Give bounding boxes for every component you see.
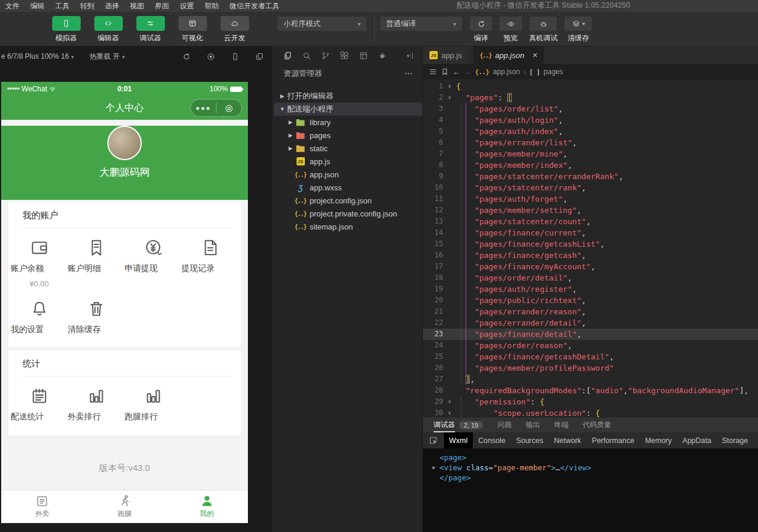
tree-section-open-editors[interactable]: ▶ 打开的编辑器	[274, 90, 422, 103]
compile-select[interactable]: 普通编译 ▾	[380, 17, 462, 31]
more-actions-icon[interactable]: ⋯	[405, 69, 413, 78]
fold-arrow-icon[interactable]: ∨	[443, 81, 456, 92]
breadcrumb-file[interactable]: app.json	[493, 68, 520, 76]
tree-folder-pages[interactable]: ▶ pages	[274, 129, 422, 142]
capsule-more-button[interactable]: ●●●	[191, 99, 216, 117]
menu-item-5[interactable]: 视图	[125, 1, 149, 11]
menu-item-2[interactable]: 工具	[50, 1, 75, 11]
tree-section-project[interactable]: ▼ 配送端小程序	[274, 103, 422, 116]
menu-item-4[interactable]: 选择	[100, 1, 125, 11]
wxml-node[interactable]: ▶ <view class="page-member">…</view>	[432, 463, 758, 473]
outline-icon[interactable]	[429, 68, 437, 76]
devtools-tab-Console[interactable]: Console	[473, 432, 511, 448]
account-item[interactable]: 申请提现	[125, 238, 181, 288]
devtools-tab-AppData[interactable]: AppData	[677, 432, 717, 448]
action-button-compile[interactable]: 编译	[470, 16, 492, 43]
tree-file-project.config.json[interactable]: {..} project.config.json	[274, 194, 422, 207]
menu-item-8[interactable]: 帮助	[199, 1, 224, 11]
editor-tab-app.js[interactable]: JS app.js	[423, 46, 469, 64]
action-button-device-debug[interactable]: 真机调试	[529, 16, 558, 43]
action-button-label: 真机调试	[529, 33, 558, 43]
hot-reload-toggle[interactable]: 热重载 开▾	[90, 52, 125, 62]
tea-icon[interactable]	[378, 51, 387, 60]
fold-gutter	[443, 193, 456, 205]
account-item[interactable]: 清除缓存	[68, 299, 125, 335]
phone-tab-active[interactable]: 我的	[165, 490, 248, 522]
tree-file-app.js[interactable]: JS app.js	[274, 155, 422, 168]
tree-file-sitemap.json[interactable]: {..} sitemap.json	[274, 220, 422, 233]
extensions-icon[interactable]	[340, 51, 349, 60]
tree-file-app.json[interactable]: {..} app.json	[274, 168, 422, 181]
git-icon[interactable]	[321, 51, 330, 60]
files-icon[interactable]	[283, 51, 292, 60]
collapse-panel-icon[interactable]	[405, 51, 415, 60]
account-item[interactable]: 我的设置	[11, 299, 68, 335]
fold-arrow-icon[interactable]: ∨	[443, 396, 456, 407]
stats-item[interactable]: 配送统计	[11, 386, 68, 422]
tree-file-app.wxss[interactable]: Ʒ app.wxss	[274, 181, 422, 194]
tree-item-label: pages	[310, 131, 330, 140]
toolbar-button-visual[interactable]: 可视化	[176, 16, 209, 43]
search-icon[interactable]	[302, 51, 311, 60]
editor-tab-app.json[interactable]: {..} app.json ×	[473, 46, 544, 64]
menu-item-0[interactable]: 文件	[0, 1, 25, 11]
profile-name: 大鹏源码网	[1, 165, 248, 179]
toolbar-button-editor[interactable]: 编辑器	[92, 16, 125, 43]
forward-icon[interactable]: →	[464, 68, 472, 77]
wxml-node[interactable]: </page>	[432, 473, 758, 483]
capsule-home-button[interactable]: ◎	[216, 100, 241, 116]
debugger-tab-输出[interactable]: 输出	[525, 418, 540, 432]
inspect-element-icon[interactable]	[423, 432, 443, 448]
account-item[interactable]: 账户明细	[68, 238, 125, 288]
devtools-tab-Sources[interactable]: Sources	[511, 432, 549, 448]
menu-item-1[interactable]: 编辑	[25, 1, 50, 11]
menu-item-7[interactable]: 设置	[174, 1, 199, 11]
devtools-tab-Network[interactable]: Network	[549, 432, 587, 448]
record-icon[interactable]	[206, 52, 215, 61]
bookmark-icon[interactable]	[441, 68, 449, 76]
debugger-tab-代码质量[interactable]: 代码质量	[582, 418, 611, 432]
close-icon[interactable]: ×	[533, 50, 537, 60]
stats-item[interactable]: 外卖排行	[68, 386, 125, 422]
toolbar-button-simulator[interactable]: 模拟器	[50, 16, 82, 43]
mode-select[interactable]: 小程序模式 ▾	[278, 17, 367, 31]
phone-tab-item[interactable]: 跑腿	[84, 490, 166, 522]
phone-tab-item[interactable]: 外卖	[1, 490, 84, 522]
fold-arrow-icon[interactable]: ∨	[443, 407, 456, 418]
line-number: 2	[423, 92, 443, 103]
devtools-tab-Storage[interactable]: Storage	[716, 432, 753, 448]
tree-file-project.private.config.json[interactable]: {..} project.private.config.json	[274, 207, 422, 220]
toolbar-button-label: 调试器	[134, 33, 167, 43]
debugger-tab-问题[interactable]: 问题	[497, 418, 511, 432]
menu-item-6[interactable]: 界面	[149, 1, 174, 11]
action-button-cache[interactable]: ▾ 清缓存	[565, 16, 592, 43]
refresh-icon[interactable]	[182, 52, 191, 61]
toolbar-button-inspector[interactable]: 调试器	[134, 16, 167, 43]
stats-card-title: 统计	[8, 351, 241, 376]
breadcrumb-node[interactable]: pages	[544, 68, 563, 76]
phone-icon[interactable]	[231, 52, 240, 61]
tree-folder-static[interactable]: ▶ static	[274, 142, 422, 155]
tree-folder-library[interactable]: ▶ library	[274, 116, 422, 129]
debugger-tab-调试器[interactable]: 调试器 2, 19	[434, 418, 483, 432]
avatar[interactable]	[107, 126, 142, 160]
device-select[interactable]: e 6/7/8 Plus 100% 16▾	[1, 52, 74, 60]
stats-item[interactable]: 跑腿排行	[125, 386, 181, 422]
menu-item-3[interactable]: 转到	[75, 1, 100, 11]
back-icon[interactable]: ←	[453, 68, 460, 77]
devtools-tab-Wxml[interactable]: Wxml	[444, 432, 473, 448]
expand-arrow-icon[interactable]: ▶	[432, 463, 439, 473]
action-button-preview[interactable]: 预览	[499, 16, 522, 43]
code-editor[interactable]: 1 ∨ { 2 ∨ "pages": [ 3 "pages/order/list…	[423, 79, 758, 418]
multi-window-icon[interactable]	[255, 52, 264, 61]
account-item[interactable]: 账户余额 ¥0.00	[11, 238, 68, 288]
account-item[interactable]: 提现记录	[181, 238, 238, 288]
wxml-node[interactable]: <page>	[432, 453, 758, 463]
devtools-tab-Memory[interactable]: Memory	[639, 432, 677, 448]
debugger-tab-终端[interactable]: 终端	[554, 418, 568, 432]
fold-arrow-icon[interactable]: ∨	[443, 92, 456, 103]
menu-item-9[interactable]: 微信开发者工具	[224, 1, 285, 11]
devtools-tab-Performance[interactable]: Performance	[587, 432, 640, 448]
toolbar-button-cloud[interactable]: 云开发	[218, 16, 251, 43]
window-icon[interactable]	[359, 51, 368, 60]
